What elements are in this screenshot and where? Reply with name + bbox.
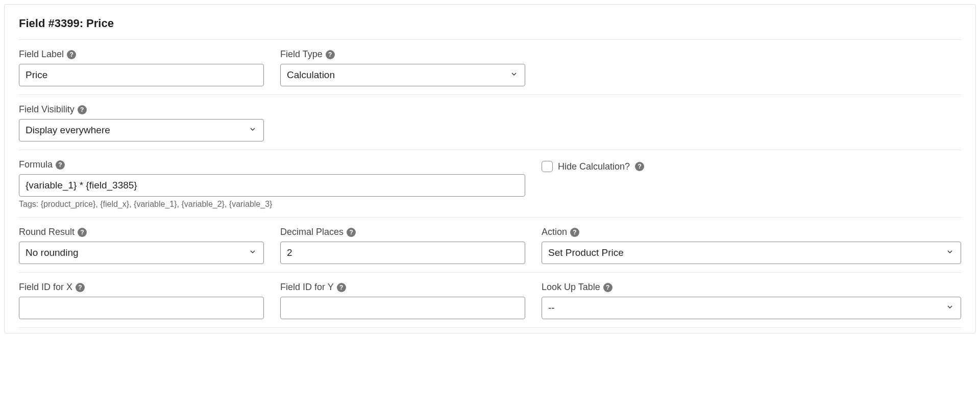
field-id-y-label: Field ID for Y bbox=[280, 282, 334, 293]
help-icon[interactable]: ? bbox=[76, 283, 85, 292]
formula-input[interactable] bbox=[19, 174, 525, 197]
field-visibility-label: Field Visibility bbox=[19, 104, 75, 115]
help-icon[interactable]: ? bbox=[347, 228, 356, 237]
formula-group: Formula ? Tags: {product_price}, {field_… bbox=[19, 159, 525, 209]
formula-label: Formula bbox=[19, 159, 53, 170]
action-select-wrap bbox=[542, 242, 961, 264]
field-visibility-group: Field Visibility ? bbox=[19, 104, 264, 141]
field-type-label: Field Type bbox=[280, 49, 323, 60]
row-round-decimal-action: Round Result ? Decimal Places ? Action ? bbox=[19, 227, 961, 264]
label-row: Look Up Table ? bbox=[542, 282, 961, 293]
help-icon[interactable]: ? bbox=[570, 228, 579, 237]
field-id-x-label: Field ID for X bbox=[19, 282, 72, 293]
label-row: Field Type ? bbox=[280, 49, 525, 60]
help-icon[interactable]: ? bbox=[337, 283, 346, 292]
field-id-y-group: Field ID for Y ? bbox=[280, 282, 525, 319]
row-visibility: Field Visibility ? bbox=[19, 104, 961, 141]
row-ids-lookup: Field ID for X ? Field ID for Y ? Look U… bbox=[19, 282, 961, 319]
label-row: Field ID for X ? bbox=[19, 282, 264, 293]
field-visibility-select-wrap bbox=[19, 119, 264, 141]
action-select[interactable] bbox=[542, 242, 961, 264]
help-icon[interactable]: ? bbox=[78, 105, 87, 114]
field-label-group: Field Label ? bbox=[19, 49, 264, 86]
round-result-group: Round Result ? bbox=[19, 227, 264, 264]
hide-calc-label: Hide Calculation? bbox=[558, 161, 630, 172]
field-id-x-input[interactable] bbox=[19, 297, 264, 319]
divider bbox=[19, 217, 961, 218]
decimal-places-label: Decimal Places bbox=[280, 227, 344, 237]
decimal-places-group: Decimal Places ? bbox=[280, 227, 525, 264]
action-label: Action bbox=[542, 227, 567, 237]
label-row: Formula ? bbox=[19, 159, 525, 170]
hide-calc-row: Hide Calculation? ? bbox=[542, 160, 961, 173]
round-result-select-wrap bbox=[19, 242, 264, 264]
round-result-select[interactable] bbox=[19, 242, 264, 264]
label-row: Field Label ? bbox=[19, 49, 264, 60]
round-result-label: Round Result bbox=[19, 227, 75, 237]
field-settings-panel: Field #3399: Price Field Label ? Field T… bbox=[4, 4, 976, 333]
divider bbox=[19, 150, 961, 150]
lookup-table-select[interactable] bbox=[542, 297, 961, 319]
field-type-group: Field Type ? bbox=[280, 49, 525, 86]
field-id-x-group: Field ID for X ? bbox=[19, 282, 264, 319]
help-icon[interactable]: ? bbox=[56, 160, 65, 170]
label-row: Action ? bbox=[542, 227, 961, 237]
row-formula: Formula ? Tags: {product_price}, {field_… bbox=[19, 159, 961, 209]
label-row: Field ID for Y ? bbox=[280, 282, 525, 293]
formula-hint: Tags: {product_price}, {field_x}, {varia… bbox=[19, 200, 525, 209]
divider bbox=[19, 39, 961, 40]
decimal-places-input[interactable] bbox=[280, 242, 525, 264]
help-icon[interactable]: ? bbox=[326, 50, 335, 59]
divider bbox=[19, 272, 961, 273]
field-label-input[interactable] bbox=[19, 64, 264, 86]
lookup-table-group: Look Up Table ? bbox=[542, 282, 961, 319]
field-type-select-wrap bbox=[280, 64, 525, 86]
field-id-y-input[interactable] bbox=[280, 297, 525, 319]
field-type-select[interactable] bbox=[280, 64, 525, 86]
help-icon[interactable]: ? bbox=[78, 228, 87, 237]
field-visibility-select[interactable] bbox=[19, 119, 264, 141]
hide-calc-checkbox[interactable] bbox=[542, 161, 553, 172]
action-group: Action ? bbox=[542, 227, 961, 264]
lookup-table-select-wrap bbox=[542, 297, 961, 319]
panel-title: Field #3399: Price bbox=[19, 17, 961, 30]
lookup-table-label: Look Up Table bbox=[542, 282, 600, 293]
help-icon[interactable]: ? bbox=[67, 50, 76, 59]
label-row: Field Visibility ? bbox=[19, 104, 264, 115]
field-label-label: Field Label bbox=[19, 49, 64, 60]
help-icon[interactable]: ? bbox=[603, 283, 612, 292]
help-icon[interactable]: ? bbox=[635, 162, 644, 171]
row-label-type: Field Label ? Field Type ? bbox=[19, 49, 961, 86]
label-row: Round Result ? bbox=[19, 227, 264, 237]
divider bbox=[19, 327, 961, 328]
divider bbox=[19, 94, 961, 95]
hide-calc-group: Hide Calculation? ? bbox=[542, 159, 961, 173]
label-row: Decimal Places ? bbox=[280, 227, 525, 237]
